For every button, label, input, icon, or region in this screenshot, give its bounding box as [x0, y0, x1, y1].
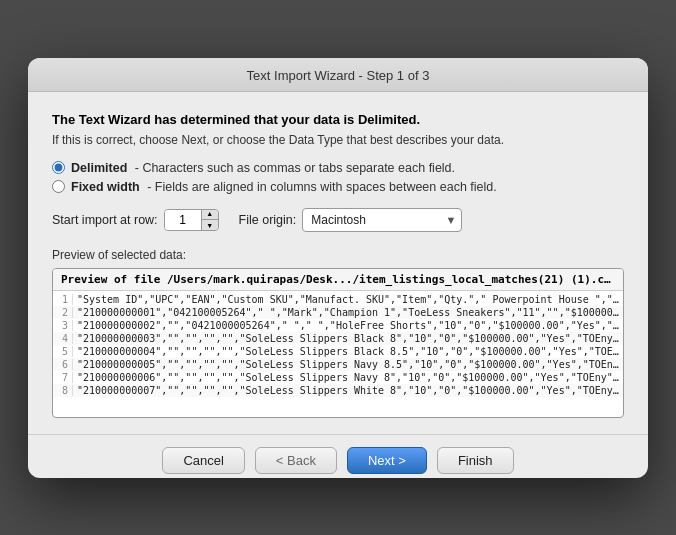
stepper-down-button[interactable]: ▼	[202, 220, 218, 231]
row-content: "210000000003","","","","","SoleLess Sli…	[77, 333, 623, 344]
row-content: "210000000001","042100005264"," ","Mark"…	[77, 307, 623, 318]
preview-container: Preview of file /Users/mark.quirapas/Des…	[52, 268, 624, 418]
next-button[interactable]: Next >	[347, 447, 427, 474]
start-import-label: Start import at row:	[52, 213, 158, 227]
radio-delimited-row[interactable]: Delimited - Characters such as commas or…	[52, 161, 624, 175]
row-content: "System ID","UPC","EAN","Custom SKU","Ma…	[77, 294, 623, 305]
row-content: "210000000006","","","","","SoleLess Sli…	[77, 372, 623, 383]
stepper-up-button[interactable]: ▲	[202, 209, 218, 220]
row-content: "210000000004","","","","","SoleLess Sli…	[77, 346, 623, 357]
row-number: 3	[53, 320, 73, 331]
file-origin-label: File origin:	[239, 213, 297, 227]
radio-fixed-desc: - Fields are aligned in columns with spa…	[147, 180, 497, 194]
options-row: Start import at row: ▲ ▼ File origin: Ma…	[52, 208, 624, 232]
radio-delimited[interactable]	[52, 161, 65, 174]
title-label: Text Import Wizard - Step 1 of 3	[247, 68, 430, 83]
content-area: The Text Wizard has determined that your…	[28, 92, 648, 434]
button-row: Cancel < Back Next > Finish	[28, 435, 648, 478]
radio-delimited-label[interactable]: Delimited - Characters such as commas or…	[71, 161, 455, 175]
row-number: 6	[53, 359, 73, 370]
file-origin-group: File origin: Macintosh Windows MS-DOS Un…	[239, 208, 463, 232]
preview-label: Preview of selected data:	[52, 248, 624, 262]
radio-fixed-text: Fixed width	[71, 180, 140, 194]
table-row: 2"210000000001","042100005264"," ","Mark…	[53, 306, 623, 319]
subtext: If this is correct, choose Next, or choo…	[52, 133, 624, 147]
radio-delimited-desc: - Characters such as commas or tabs sepa…	[135, 161, 455, 175]
row-content: "210000000007","","","","","SoleLess Sli…	[77, 385, 623, 396]
dialog: Text Import Wizard - Step 1 of 3 The Tex…	[28, 58, 648, 478]
row-number: 7	[53, 372, 73, 383]
row-number-stepper: ▲ ▼	[201, 209, 218, 231]
table-row: 6"210000000005","","","","","SoleLess Sl…	[53, 358, 623, 371]
radio-fixed-row[interactable]: Fixed width - Fields are aligned in colu…	[52, 180, 624, 194]
file-origin-select-wrapper: Macintosh Windows MS-DOS Unicode (UTF-8)…	[302, 208, 462, 232]
row-number: 2	[53, 307, 73, 318]
table-row: 4"210000000003","","","","","SoleLess Sl…	[53, 332, 623, 345]
row-number-input-wrapper: ▲ ▼	[164, 209, 219, 231]
table-row: 3"210000000002","","0421000005264"," ","…	[53, 319, 623, 332]
start-import-group: Start import at row: ▲ ▼	[52, 209, 219, 231]
row-number: 4	[53, 333, 73, 344]
finish-button[interactable]: Finish	[437, 447, 514, 474]
preview-filename: Preview of file /Users/mark.quirapas/Des…	[53, 269, 623, 291]
data-type-radio-group: Delimited - Characters such as commas or…	[52, 161, 624, 194]
back-button[interactable]: < Back	[255, 447, 337, 474]
radio-fixed-label[interactable]: Fixed width - Fields are aligned in colu…	[71, 180, 497, 194]
radio-delimited-text: Delimited	[71, 161, 127, 175]
table-row: 5"210000000004","","","","","SoleLess Sl…	[53, 345, 623, 358]
row-number: 1	[53, 294, 73, 305]
table-row: 8"210000000007","","","","","SoleLess Sl…	[53, 384, 623, 397]
row-content: "210000000002","","0421000005264"," "," …	[77, 320, 623, 331]
radio-fixed-width[interactable]	[52, 180, 65, 193]
title-bar: Text Import Wizard - Step 1 of 3	[28, 58, 648, 92]
row-number: 8	[53, 385, 73, 396]
table-row: 7"210000000006","","","","","SoleLess Sl…	[53, 371, 623, 384]
headline: The Text Wizard has determined that your…	[52, 112, 624, 127]
preview-data[interactable]: 1"System ID","UPC","EAN","Custom SKU","M…	[53, 291, 623, 413]
row-number: 5	[53, 346, 73, 357]
row-content: "210000000005","","","","","SoleLess Sli…	[77, 359, 623, 370]
file-origin-select[interactable]: Macintosh Windows MS-DOS Unicode (UTF-8)…	[302, 208, 462, 232]
table-row: 1"System ID","UPC","EAN","Custom SKU","M…	[53, 293, 623, 306]
cancel-button[interactable]: Cancel	[162, 447, 244, 474]
row-number-input[interactable]	[165, 209, 201, 231]
